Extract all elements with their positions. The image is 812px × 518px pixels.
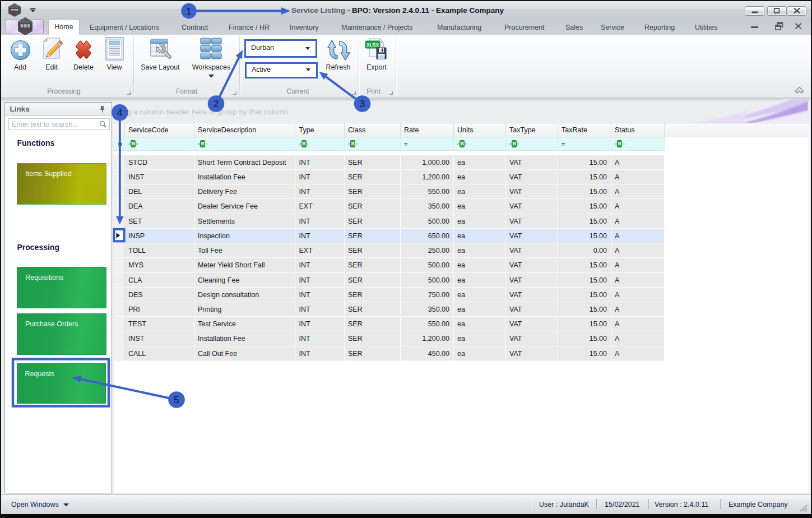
svg-text:XLSX: XLSX bbox=[366, 42, 379, 48]
